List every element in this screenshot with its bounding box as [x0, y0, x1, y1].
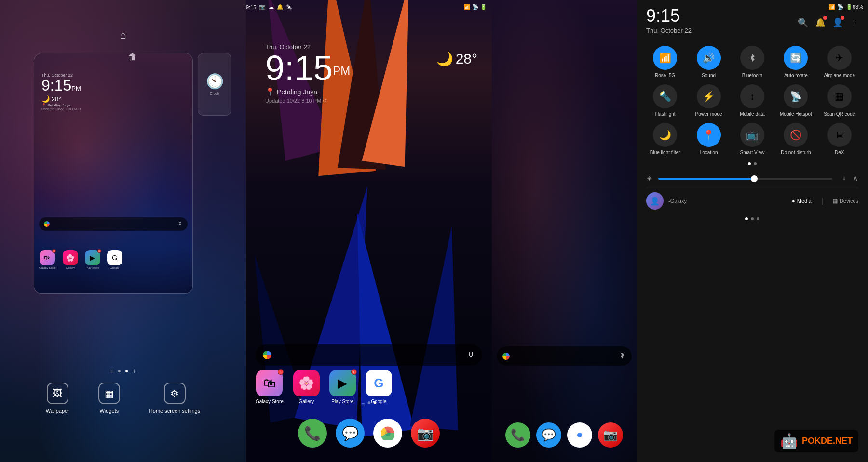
- qs-tile-dnd[interactable]: 🚫 Do not disturb: [777, 123, 814, 156]
- brightness-icon: ☀: [646, 175, 652, 183]
- notif-time: 9:15: [646, 6, 692, 26]
- qs-tile-powermode[interactable]: ⚡ Power mode: [690, 84, 727, 117]
- mid-app-gallery[interactable]: 🌸 Gallery: [293, 370, 320, 404]
- mid-dock-camera[interactable]: 📷: [411, 419, 440, 448]
- notif-person-dot: [841, 16, 844, 20]
- notif-bot-dot-2: [751, 217, 754, 220]
- qs-dex-icon: 🖥: [827, 123, 852, 147]
- mid-dock-phone[interactable]: 📞: [298, 419, 327, 448]
- qs-powermode-label: Power mode: [695, 111, 722, 117]
- mid-app-playstore[interactable]: ▶ 1 Play Store: [329, 370, 356, 404]
- thumb-app-galaxystore[interactable]: 🛍 1 Galaxy Store: [39, 250, 56, 269]
- qs-tile-mobiledata[interactable]: ↕ Mobile data: [733, 84, 771, 117]
- right-dock-camera[interactable]: 📷: [598, 422, 623, 448]
- qs-tile-hotspot[interactable]: 📡 Mobile Hotspot: [777, 84, 814, 117]
- status-right-icons: 📶 📡 🔋: [464, 4, 492, 10]
- right-dock: 📞 💬 📷: [497, 422, 632, 448]
- brightness-expand-icon[interactable]: ∧: [853, 174, 858, 183]
- mid-weather-icon: 🌙: [436, 51, 453, 67]
- color-warmth-indicator: 🌡: [842, 176, 847, 181]
- qs-tile-flashlight[interactable]: 🔦 Flashlight: [646, 84, 684, 117]
- mid-search-bar[interactable]: 🎙: [256, 344, 482, 366]
- thumb-app-gallery[interactable]: 🌸 Gallery: [63, 250, 78, 269]
- right-dock-messages[interactable]: 💬: [536, 422, 561, 448]
- qs-mobiledata-label: Mobile data: [740, 111, 765, 117]
- status-signal-icon: 📡: [472, 4, 479, 10]
- notif-more-icon[interactable]: ⋮: [850, 17, 858, 28]
- qs-tile-wifi[interactable]: 📶 Rose_5G: [646, 46, 684, 79]
- media-label: Media: [797, 198, 812, 204]
- mid-dock-chrome[interactable]: [373, 419, 402, 448]
- qs-bluelightfilter-icon: 🌙: [653, 123, 677, 147]
- qs-tile-qrcode[interactable]: ▦ Scan QR code: [821, 84, 858, 117]
- mid-gallery-label: Gallery: [298, 399, 314, 404]
- mid-temp: 28°: [456, 51, 477, 67]
- right-dock-phone[interactable]: 📞: [505, 422, 530, 448]
- right-clock-thumb[interactable]: 🕙 Clock: [198, 53, 231, 116]
- wallpaper-option[interactable]: 🖼 Wallpaper: [46, 383, 69, 414]
- delete-icon: 🗑: [128, 52, 137, 62]
- qs-bluetooth-label: Bluetooth: [742, 73, 762, 79]
- qs-airplane-label: Airplane mode: [824, 73, 855, 79]
- mid-mic-icon[interactable]: 🎙: [467, 351, 475, 359]
- right-wifi-icon: 📡: [837, 4, 844, 10]
- brightness-thumb[interactable]: [751, 175, 758, 182]
- right-search-bar[interactable]: 🎙: [497, 346, 632, 366]
- thumb-google-logo: [44, 221, 50, 227]
- widgets-option[interactable]: ▦ Widgets: [98, 383, 120, 414]
- thumb-updated: Updated 10/22 8:10 PM ↺: [41, 107, 185, 111]
- media-row: 👤 -Galaxy ● Media | ▦ Devices: [646, 188, 858, 213]
- homescreen-settings-option[interactable]: ⚙ Home screen settings: [149, 383, 200, 414]
- qs-tile-autorotate[interactable]: 🔄 Auto rotate: [777, 46, 814, 79]
- thumb-location: 📍 Petaling Jaya: [41, 103, 185, 107]
- qs-tile-airplane[interactable]: ✈ Airplane mode: [821, 46, 858, 79]
- notif-bell-badge[interactable]: 🔔: [815, 17, 826, 28]
- right-dock-chrome[interactable]: [567, 422, 592, 448]
- thumb-mic-icon[interactable]: 🎙: [178, 222, 183, 227]
- qs-tile-smartview[interactable]: 📺 Smart View: [733, 123, 771, 156]
- qs-tile-bluelightfilter[interactable]: 🌙 Blue light filter: [646, 123, 684, 156]
- mid-weather-top-right: 🌙 28°: [436, 51, 477, 67]
- right-panel: 🎙 📞 💬 📷 📶 📡 🔋63%: [492, 0, 868, 462]
- media-tab[interactable]: ● Media: [792, 198, 812, 204]
- brightness-slider[interactable]: [658, 178, 832, 180]
- qs-dex-label: DeX: [835, 150, 844, 156]
- mid-playstore-icon: ▶ 1: [329, 370, 356, 396]
- qs-tile-bluetooth[interactable]: Bluetooth: [733, 46, 771, 79]
- right-app-background: 🎙 📞 💬 📷: [492, 0, 637, 462]
- thumb-app-google[interactable]: G Google: [107, 250, 122, 269]
- notif-search-icon[interactable]: 🔍: [798, 17, 808, 28]
- mid-dock-messages[interactable]: 💬: [336, 419, 365, 448]
- thumb-app-playstore[interactable]: ▶ 1 Play Store: [85, 250, 100, 269]
- mid-chrome-icon: [373, 419, 402, 448]
- svg-point-3: [577, 433, 582, 437]
- lines-icon-mid: ≡: [361, 401, 365, 408]
- mid-weather-widget: Thu, October 22 9:15PM 📍 Petaling Jaya U…: [265, 43, 350, 104]
- devices-grid-icon: ▦: [833, 198, 838, 204]
- qs-smartview-label: Smart View: [740, 150, 765, 156]
- mid-google-logo: [263, 351, 271, 359]
- add-page-icon[interactable]: +: [132, 367, 136, 375]
- devices-tab[interactable]: ▦ Devices: [833, 198, 858, 204]
- qs-autorotate-icon: 🔄: [784, 46, 808, 70]
- right-mic-icon[interactable]: 🎙: [619, 352, 626, 360]
- qs-tile-sound[interactable]: 🔊 Sound: [690, 46, 727, 79]
- qs-tile-dex[interactable]: 🖥 DeX: [821, 123, 858, 156]
- screen-thumbnail[interactable]: Thu, October 22 9:15PM 🌙 28° 📍 Petaling …: [34, 53, 193, 294]
- mid-app-google[interactable]: G Google: [366, 370, 392, 404]
- right-status-bar: 📶 📡 🔋63%: [828, 4, 863, 10]
- qs-tile-location[interactable]: 📍 Location: [690, 123, 727, 156]
- qs-wifi-label: Rose_5G: [655, 73, 675, 79]
- mid-apps-row: 🛍 1 Galaxy Store 🌸 Gallery ▶ 1 Play Stor…: [256, 370, 482, 404]
- qs-location-icon: 📍: [697, 123, 721, 147]
- notif-person-badge[interactable]: 👤: [832, 17, 843, 28]
- mid-dot-2-active: [374, 401, 377, 404]
- home-options: 🖼 Wallpaper ▦ Widgets ⚙ Home screen sett…: [46, 383, 201, 414]
- qs-flashlight-label: Flashlight: [655, 111, 676, 117]
- thumb-search-bar[interactable]: 🎙: [39, 217, 188, 231]
- media-circle-icon: ●: [792, 198, 795, 204]
- middle-status-bar: 9:15 📷 ☁ 🔔 🛰 📶 📡 🔋: [246, 4, 492, 10]
- notification-panel: 📶 📡 🔋63% 9:15 Thu, October 22 🔍 🔔: [637, 0, 868, 462]
- mid-app-galaxystore[interactable]: 🛍 1 Galaxy Store: [256, 370, 284, 404]
- left-panel: ⌂ Thu, October 22 9:15PM 🌙 28° 📍 Petalin…: [0, 0, 246, 462]
